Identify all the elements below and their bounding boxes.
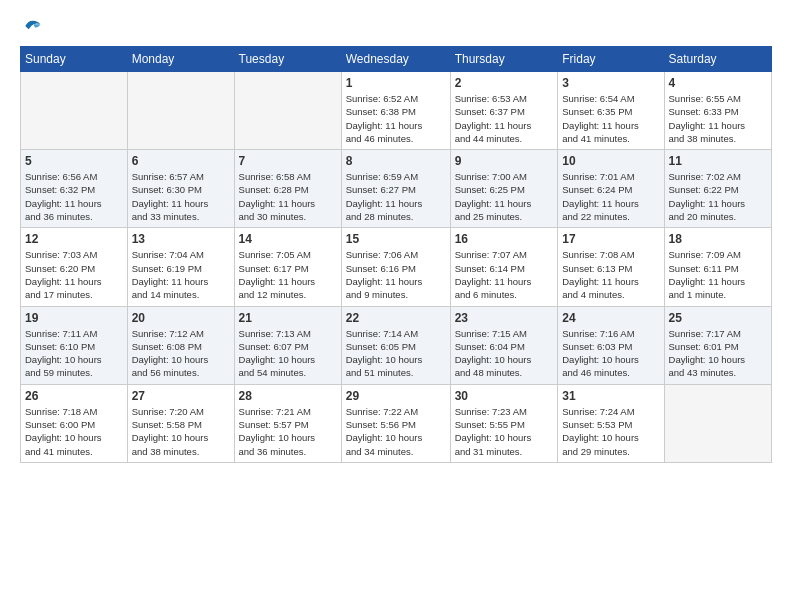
calendar-cell <box>234 72 341 150</box>
calendar-cell: 17Sunrise: 7:08 AM Sunset: 6:13 PM Dayli… <box>558 228 664 306</box>
day-number: 30 <box>455 389 554 403</box>
calendar-cell: 21Sunrise: 7:13 AM Sunset: 6:07 PM Dayli… <box>234 306 341 384</box>
day-number: 28 <box>239 389 337 403</box>
weekday-header-tuesday: Tuesday <box>234 47 341 72</box>
calendar-cell: 19Sunrise: 7:11 AM Sunset: 6:10 PM Dayli… <box>21 306 128 384</box>
calendar-cell <box>127 72 234 150</box>
day-info: Sunrise: 7:08 AM Sunset: 6:13 PM Dayligh… <box>562 248 659 301</box>
day-number: 11 <box>669 154 767 168</box>
day-number: 19 <box>25 311 123 325</box>
page: SundayMondayTuesdayWednesdayThursdayFrid… <box>0 0 792 473</box>
day-number: 16 <box>455 232 554 246</box>
calendar-cell: 14Sunrise: 7:05 AM Sunset: 6:17 PM Dayli… <box>234 228 341 306</box>
calendar-cell: 6Sunrise: 6:57 AM Sunset: 6:30 PM Daylig… <box>127 150 234 228</box>
day-info: Sunrise: 7:16 AM Sunset: 6:03 PM Dayligh… <box>562 327 659 380</box>
calendar-cell: 24Sunrise: 7:16 AM Sunset: 6:03 PM Dayli… <box>558 306 664 384</box>
day-info: Sunrise: 6:57 AM Sunset: 6:30 PM Dayligh… <box>132 170 230 223</box>
day-number: 21 <box>239 311 337 325</box>
calendar-cell: 5Sunrise: 6:56 AM Sunset: 6:32 PM Daylig… <box>21 150 128 228</box>
day-info: Sunrise: 6:58 AM Sunset: 6:28 PM Dayligh… <box>239 170 337 223</box>
calendar-cell: 26Sunrise: 7:18 AM Sunset: 6:00 PM Dayli… <box>21 384 128 462</box>
calendar-cell: 16Sunrise: 7:07 AM Sunset: 6:14 PM Dayli… <box>450 228 558 306</box>
day-info: Sunrise: 7:01 AM Sunset: 6:24 PM Dayligh… <box>562 170 659 223</box>
calendar-header-row: SundayMondayTuesdayWednesdayThursdayFrid… <box>21 47 772 72</box>
day-info: Sunrise: 7:04 AM Sunset: 6:19 PM Dayligh… <box>132 248 230 301</box>
calendar-cell: 3Sunrise: 6:54 AM Sunset: 6:35 PM Daylig… <box>558 72 664 150</box>
day-number: 1 <box>346 76 446 90</box>
day-info: Sunrise: 7:17 AM Sunset: 6:01 PM Dayligh… <box>669 327 767 380</box>
calendar-cell: 18Sunrise: 7:09 AM Sunset: 6:11 PM Dayli… <box>664 228 771 306</box>
day-info: Sunrise: 6:54 AM Sunset: 6:35 PM Dayligh… <box>562 92 659 145</box>
day-info: Sunrise: 6:52 AM Sunset: 6:38 PM Dayligh… <box>346 92 446 145</box>
day-info: Sunrise: 7:03 AM Sunset: 6:20 PM Dayligh… <box>25 248 123 301</box>
calendar-cell: 9Sunrise: 7:00 AM Sunset: 6:25 PM Daylig… <box>450 150 558 228</box>
day-number: 8 <box>346 154 446 168</box>
day-info: Sunrise: 7:07 AM Sunset: 6:14 PM Dayligh… <box>455 248 554 301</box>
day-info: Sunrise: 7:09 AM Sunset: 6:11 PM Dayligh… <box>669 248 767 301</box>
calendar-week-row: 1Sunrise: 6:52 AM Sunset: 6:38 PM Daylig… <box>21 72 772 150</box>
day-number: 6 <box>132 154 230 168</box>
day-number: 18 <box>669 232 767 246</box>
calendar-cell: 30Sunrise: 7:23 AM Sunset: 5:55 PM Dayli… <box>450 384 558 462</box>
day-info: Sunrise: 6:55 AM Sunset: 6:33 PM Dayligh… <box>669 92 767 145</box>
day-number: 29 <box>346 389 446 403</box>
day-number: 12 <box>25 232 123 246</box>
calendar-cell: 22Sunrise: 7:14 AM Sunset: 6:05 PM Dayli… <box>341 306 450 384</box>
day-number: 20 <box>132 311 230 325</box>
day-number: 2 <box>455 76 554 90</box>
day-info: Sunrise: 7:21 AM Sunset: 5:57 PM Dayligh… <box>239 405 337 458</box>
day-info: Sunrise: 7:13 AM Sunset: 6:07 PM Dayligh… <box>239 327 337 380</box>
day-number: 9 <box>455 154 554 168</box>
calendar-table: SundayMondayTuesdayWednesdayThursdayFrid… <box>20 46 772 463</box>
day-number: 27 <box>132 389 230 403</box>
day-info: Sunrise: 7:18 AM Sunset: 6:00 PM Dayligh… <box>25 405 123 458</box>
calendar-week-row: 12Sunrise: 7:03 AM Sunset: 6:20 PM Dayli… <box>21 228 772 306</box>
day-number: 3 <box>562 76 659 90</box>
day-number: 14 <box>239 232 337 246</box>
day-info: Sunrise: 7:15 AM Sunset: 6:04 PM Dayligh… <box>455 327 554 380</box>
calendar-cell: 31Sunrise: 7:24 AM Sunset: 5:53 PM Dayli… <box>558 384 664 462</box>
logo-bird-icon <box>22 16 42 36</box>
day-info: Sunrise: 7:11 AM Sunset: 6:10 PM Dayligh… <box>25 327 123 380</box>
day-number: 26 <box>25 389 123 403</box>
day-info: Sunrise: 7:24 AM Sunset: 5:53 PM Dayligh… <box>562 405 659 458</box>
calendar-cell <box>664 384 771 462</box>
day-number: 5 <box>25 154 123 168</box>
logo <box>20 16 42 36</box>
day-info: Sunrise: 7:12 AM Sunset: 6:08 PM Dayligh… <box>132 327 230 380</box>
day-number: 7 <box>239 154 337 168</box>
weekday-header-saturday: Saturday <box>664 47 771 72</box>
day-number: 23 <box>455 311 554 325</box>
day-info: Sunrise: 7:23 AM Sunset: 5:55 PM Dayligh… <box>455 405 554 458</box>
calendar-week-row: 5Sunrise: 6:56 AM Sunset: 6:32 PM Daylig… <box>21 150 772 228</box>
weekday-header-friday: Friday <box>558 47 664 72</box>
day-number: 25 <box>669 311 767 325</box>
calendar-cell: 13Sunrise: 7:04 AM Sunset: 6:19 PM Dayli… <box>127 228 234 306</box>
calendar-cell: 12Sunrise: 7:03 AM Sunset: 6:20 PM Dayli… <box>21 228 128 306</box>
day-info: Sunrise: 6:53 AM Sunset: 6:37 PM Dayligh… <box>455 92 554 145</box>
day-number: 22 <box>346 311 446 325</box>
calendar-cell: 8Sunrise: 6:59 AM Sunset: 6:27 PM Daylig… <box>341 150 450 228</box>
day-info: Sunrise: 7:14 AM Sunset: 6:05 PM Dayligh… <box>346 327 446 380</box>
calendar-cell: 23Sunrise: 7:15 AM Sunset: 6:04 PM Dayli… <box>450 306 558 384</box>
calendar-cell: 11Sunrise: 7:02 AM Sunset: 6:22 PM Dayli… <box>664 150 771 228</box>
day-number: 13 <box>132 232 230 246</box>
day-info: Sunrise: 7:05 AM Sunset: 6:17 PM Dayligh… <box>239 248 337 301</box>
weekday-header-thursday: Thursday <box>450 47 558 72</box>
calendar-cell: 4Sunrise: 6:55 AM Sunset: 6:33 PM Daylig… <box>664 72 771 150</box>
weekday-header-wednesday: Wednesday <box>341 47 450 72</box>
calendar-cell: 15Sunrise: 7:06 AM Sunset: 6:16 PM Dayli… <box>341 228 450 306</box>
calendar-week-row: 19Sunrise: 7:11 AM Sunset: 6:10 PM Dayli… <box>21 306 772 384</box>
calendar-week-row: 26Sunrise: 7:18 AM Sunset: 6:00 PM Dayli… <box>21 384 772 462</box>
calendar-cell: 10Sunrise: 7:01 AM Sunset: 6:24 PM Dayli… <box>558 150 664 228</box>
header <box>20 16 772 36</box>
calendar-cell: 1Sunrise: 6:52 AM Sunset: 6:38 PM Daylig… <box>341 72 450 150</box>
day-info: Sunrise: 7:22 AM Sunset: 5:56 PM Dayligh… <box>346 405 446 458</box>
day-number: 4 <box>669 76 767 90</box>
day-info: Sunrise: 7:00 AM Sunset: 6:25 PM Dayligh… <box>455 170 554 223</box>
day-number: 24 <box>562 311 659 325</box>
day-info: Sunrise: 6:56 AM Sunset: 6:32 PM Dayligh… <box>25 170 123 223</box>
day-number: 31 <box>562 389 659 403</box>
calendar-cell: 2Sunrise: 6:53 AM Sunset: 6:37 PM Daylig… <box>450 72 558 150</box>
day-number: 15 <box>346 232 446 246</box>
